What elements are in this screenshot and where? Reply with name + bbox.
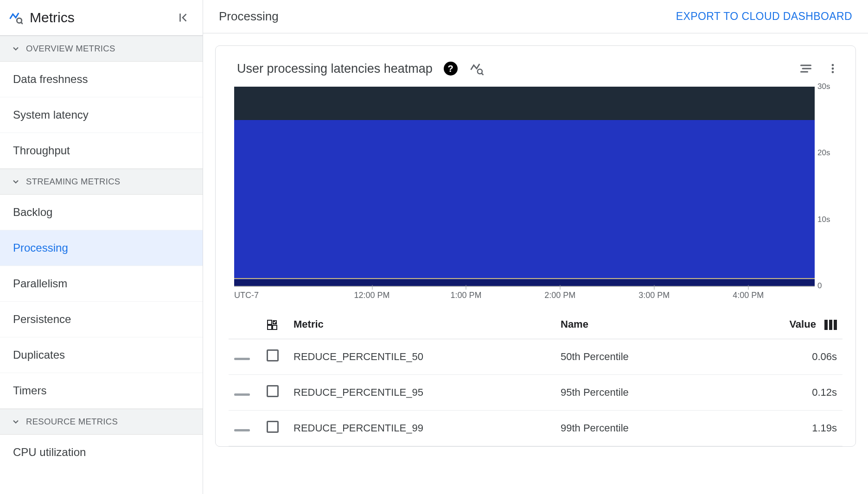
- metrics-icon: [8, 10, 23, 25]
- sidebar-group-label: STREAMING METRICS: [26, 177, 120, 187]
- svg-point-5: [832, 68, 834, 70]
- chevron-down-icon: [11, 177, 20, 186]
- cell-name: 99th Percentile: [555, 411, 750, 446]
- sidebar-group-header[interactable]: RESOURCE METRICS: [0, 409, 203, 435]
- table-row[interactable]: REDUCE_PERCENTILE_95 95th Percentile 0.1…: [229, 375, 842, 411]
- sidebar: Metrics OVERVIEW METRICSData freshnessSy…: [0, 0, 203, 494]
- heatmap-band: [234, 87, 815, 120]
- svg-point-2: [478, 69, 482, 74]
- main-header: Processing EXPORT TO CLOUD DASHBOARD: [203, 0, 868, 33]
- table-row[interactable]: REDUCE_PERCENTILE_99 99th Percentile 1.1…: [229, 411, 842, 446]
- collapse-sidebar-button[interactable]: [174, 8, 192, 27]
- chevron-down-icon: [11, 417, 20, 426]
- overlay-line: [234, 278, 815, 279]
- series-color-swatch: [229, 411, 261, 446]
- legend-toggle-button[interactable]: [798, 61, 814, 76]
- page-title: Processing: [219, 9, 676, 24]
- sidebar-item-system-latency[interactable]: System latency: [0, 97, 203, 133]
- sidebar-item-backlog[interactable]: Backlog: [0, 195, 203, 230]
- sidebar-item-persistence[interactable]: Persistence: [0, 302, 203, 337]
- cell-name: 95th Percentile: [555, 375, 750, 411]
- main: Processing EXPORT TO CLOUD DASHBOARD Use…: [203, 0, 868, 494]
- th-value-label: Value: [789, 318, 816, 330]
- columns-icon[interactable]: [824, 320, 837, 330]
- th-select: [261, 309, 288, 339]
- cell-value: 1.19s: [750, 411, 842, 446]
- y-tick-label: 20s: [817, 148, 830, 158]
- row-checkbox[interactable]: [267, 349, 279, 361]
- svg-point-0: [17, 18, 22, 23]
- svg-rect-8: [268, 325, 272, 329]
- row-checkbox[interactable]: [267, 385, 279, 397]
- sidebar-item-throughput[interactable]: Throughput: [0, 133, 203, 169]
- more-vert-icon: [827, 63, 839, 75]
- card-title: User processing latencies heatmap: [237, 62, 433, 76]
- cell-metric: REDUCE_PERCENTILE_50: [288, 339, 555, 375]
- sidebar-group-header[interactable]: STREAMING METRICS: [0, 169, 203, 195]
- cell-name: 50th Percentile: [555, 339, 750, 375]
- x-tick-label: 2:00 PM: [544, 291, 575, 300]
- cell-metric: REDUCE_PERCENTILE_95: [288, 375, 555, 411]
- th-blank: [229, 309, 261, 339]
- metrics-explorer-icon: [470, 62, 484, 76]
- th-name[interactable]: Name: [555, 309, 750, 339]
- sidebar-item-cpu-utilization[interactable]: CPU utilization: [0, 435, 203, 470]
- card-header: User processing latencies heatmap ?: [229, 57, 842, 87]
- sidebar-item-timers[interactable]: Timers: [0, 373, 203, 409]
- legend-icon: [799, 62, 812, 75]
- y-tick-label: 0: [817, 281, 822, 291]
- timezone-label: UTC-7: [234, 291, 259, 300]
- svg-point-4: [832, 64, 834, 66]
- series-color-swatch: [229, 375, 261, 411]
- content: User processing latencies heatmap ? 010s…: [203, 33, 868, 494]
- percentile-table: Metric Name Value REDUCE_PERCENTILE_50 5…: [229, 309, 842, 446]
- sidebar-item-duplicates[interactable]: Duplicates: [0, 337, 203, 373]
- heatmap-chart[interactable]: 010s20s30s UTC-7 12:00 PM1:00 PM2:00 PM3…: [229, 87, 842, 307]
- cell-value: 0.12s: [750, 375, 842, 411]
- heatmap-band: [234, 279, 815, 286]
- svg-rect-9: [273, 325, 277, 329]
- sidebar-title: Metrics: [30, 10, 174, 25]
- export-to-dashboard-link[interactable]: EXPORT TO CLOUD DASHBOARD: [676, 10, 852, 23]
- svg-line-1: [21, 22, 23, 24]
- cell-metric: REDUCE_PERCENTILE_99: [288, 411, 555, 446]
- more-options-button[interactable]: [825, 61, 841, 76]
- y-tick-label: 30s: [817, 82, 830, 91]
- cell-value: 0.06s: [750, 339, 842, 375]
- x-tick-label: 3:00 PM: [638, 291, 670, 300]
- svg-line-3: [481, 73, 483, 75]
- sidebar-item-processing[interactable]: Processing: [0, 230, 203, 266]
- table-row[interactable]: REDUCE_PERCENTILE_50 50th Percentile 0.0…: [229, 339, 842, 375]
- x-tick-label: 12:00 PM: [354, 291, 389, 300]
- sidebar-item-data-freshness[interactable]: Data freshness: [0, 62, 203, 97]
- x-tick-label: 4:00 PM: [733, 291, 764, 300]
- series-color-swatch: [229, 339, 261, 375]
- sidebar-group-header[interactable]: OVERVIEW METRICS: [0, 36, 203, 62]
- y-tick-label: 10s: [817, 215, 830, 224]
- x-tick-label: 1:00 PM: [450, 291, 481, 300]
- sidebar-item-parallelism[interactable]: Parallelism: [0, 266, 203, 302]
- th-metric[interactable]: Metric: [288, 309, 555, 339]
- help-icon[interactable]: ?: [444, 62, 458, 76]
- sidebar-header: Metrics: [0, 0, 203, 36]
- select-all-icon[interactable]: [267, 319, 278, 330]
- latency-heatmap-card: User processing latencies heatmap ? 010s…: [215, 45, 856, 447]
- collapse-icon: [177, 12, 189, 24]
- heatmap-band: [234, 120, 815, 279]
- sidebar-group-label: RESOURCE METRICS: [26, 417, 118, 427]
- sidebar-group-label: OVERVIEW METRICS: [26, 44, 115, 54]
- svg-point-6: [832, 71, 834, 73]
- th-value[interactable]: Value: [750, 309, 842, 339]
- svg-rect-7: [268, 320, 272, 324]
- row-checkbox[interactable]: [267, 421, 279, 433]
- chevron-down-icon: [11, 44, 20, 53]
- metrics-explorer-button[interactable]: [469, 61, 485, 76]
